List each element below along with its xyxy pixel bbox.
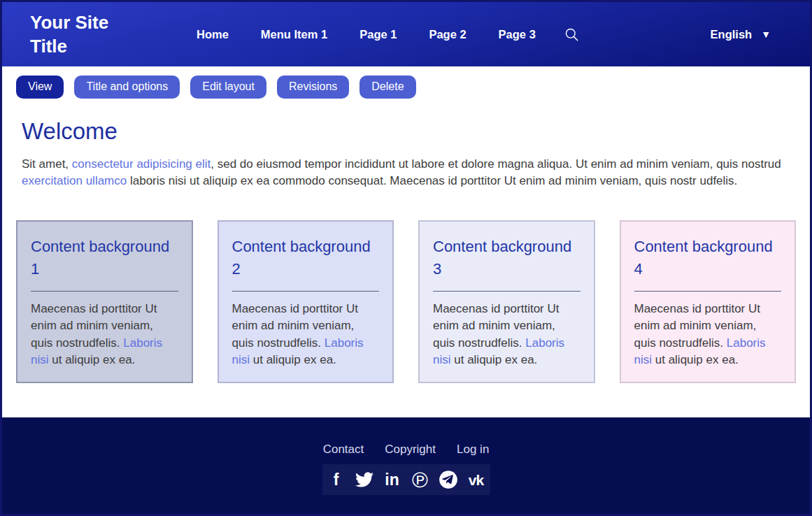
- card-text: ut aliquip ex ea.: [451, 353, 538, 366]
- footer-link-copyright[interactable]: Copyright: [385, 443, 436, 457]
- content-card-4: Content background 4 Maecenas id porttit…: [620, 220, 797, 383]
- intro-link-consectetur[interactable]: consectetur adipisicing elit: [72, 157, 211, 171]
- content-card-3: Content background 3 Maecenas id porttit…: [418, 220, 595, 383]
- nav-item-menu-item-1[interactable]: Menu Item 1: [261, 28, 327, 41]
- page-title: Welcome: [22, 118, 790, 145]
- twitter-icon[interactable]: [350, 464, 378, 495]
- pinterest-icon[interactable]: ℗: [406, 464, 434, 495]
- intro-link-exercitation[interactable]: exercitation ullamco: [22, 174, 127, 187]
- telegram-icon[interactable]: [434, 464, 462, 495]
- content-card-1: Content background 1 Maecenas id porttit…: [16, 220, 193, 383]
- nav-item-home[interactable]: Home: [197, 28, 229, 41]
- facebook-icon[interactable]: f: [322, 464, 350, 495]
- tab-revisions[interactable]: Revisions: [277, 76, 349, 99]
- site-header: Your Site Title Home Menu Item 1 Page 1 …: [2, 2, 810, 66]
- language-label: English: [711, 28, 753, 41]
- card-grid: Content background 1 Maecenas id porttit…: [16, 220, 796, 383]
- card-title: Content background 3: [433, 236, 580, 292]
- content-card-2: Content background 2 Maecenas id porttit…: [218, 220, 394, 383]
- intro-text-3: laboris nisi ut aliquip ex ea commodo co…: [127, 174, 737, 187]
- admin-tabs: View Title and options Edit layout Revis…: [2, 66, 810, 99]
- tab-title-and-options[interactable]: Title and options: [74, 76, 180, 99]
- linkedin-glyph: in: [385, 472, 399, 488]
- caret-down-icon: ▼: [761, 29, 771, 40]
- social-icons-row: f in ℗ vk: [2, 464, 810, 495]
- card-body: Maecenas id porttitor Ut enim ad minim v…: [433, 301, 580, 369]
- tab-delete[interactable]: Delete: [359, 76, 415, 99]
- pinterest-glyph: ℗: [412, 469, 428, 491]
- nav-item-page-3[interactable]: Page 3: [499, 28, 536, 41]
- language-selector[interactable]: English ▼: [711, 28, 771, 41]
- site-title[interactable]: Your Site Title: [30, 10, 142, 59]
- footer-links: Contact Copyright Log in: [2, 417, 810, 457]
- card-title: Content background 2: [232, 236, 380, 292]
- card-body: Maecenas id porttitor Ut enim ad minim v…: [31, 301, 178, 369]
- intro-text-1: Sit amet,: [22, 157, 72, 171]
- site-footer: Contact Copyright Log in f in ℗ vk: [2, 417, 810, 514]
- card-body: Maecenas id porttitor Ut enim ad minim v…: [634, 301, 782, 369]
- nav-item-page-1[interactable]: Page 1: [359, 28, 397, 41]
- footer-link-log-in[interactable]: Log in: [457, 443, 489, 457]
- vk-glyph: vk: [469, 473, 483, 487]
- main-content: Welcome Sit amet, consectetur adipisicin…: [2, 118, 810, 383]
- card-title: Content background 1: [31, 236, 178, 292]
- intro-paragraph: Sit amet, consectetur adipisicing elit, …: [22, 156, 790, 190]
- main-nav: Home Menu Item 1 Page 1 Page 2 Page 3: [197, 27, 580, 43]
- card-text: ut aliquip ex ea.: [250, 353, 336, 366]
- vk-icon[interactable]: vk: [462, 464, 490, 495]
- search-icon[interactable]: [564, 27, 580, 43]
- tab-view[interactable]: View: [16, 76, 64, 99]
- footer-link-contact[interactable]: Contact: [323, 443, 364, 457]
- intro-text-2: , sed do eiusmod tempor incididunt ut la…: [211, 157, 781, 171]
- nav-item-page-2[interactable]: Page 2: [429, 28, 466, 41]
- tab-edit-layout[interactable]: Edit layout: [190, 76, 266, 99]
- card-title: Content background 4: [634, 236, 782, 292]
- card-text: ut aliquip ex ea.: [49, 353, 136, 366]
- card-body: Maecenas id porttitor Ut enim ad minim v…: [232, 301, 380, 369]
- facebook-glyph: f: [334, 472, 339, 488]
- card-text: ut aliquip ex ea.: [652, 353, 739, 366]
- linkedin-icon[interactable]: in: [378, 464, 406, 495]
